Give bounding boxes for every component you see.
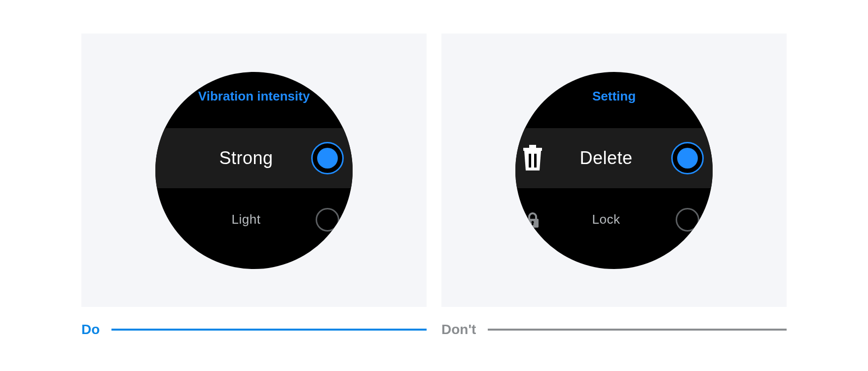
option-label: Light (190, 212, 302, 227)
option-label: Lock (550, 212, 662, 227)
radio-unselected-icon (676, 208, 699, 232)
svg-rect-0 (529, 154, 531, 168)
dont-rule (488, 329, 787, 331)
dont-panel: Setting Delete (441, 34, 787, 307)
do-column: Vibration intensity Strong Light Do (81, 34, 427, 337)
screen-header: Setting (515, 89, 713, 104)
trash-icon (515, 145, 550, 171)
radio-indicator (662, 208, 713, 232)
option-label: Strong (190, 148, 302, 169)
lock-icon (515, 212, 550, 228)
radio-selected-icon (671, 142, 704, 174)
radio-indicator (302, 142, 353, 174)
radio-option-light[interactable]: Light (155, 200, 353, 239)
screen-header: Vibration intensity (155, 89, 353, 104)
do-rule (111, 329, 427, 331)
radio-selected-icon (311, 142, 344, 174)
dont-caption: Don't (441, 322, 787, 337)
radio-option-delete[interactable]: Delete (515, 128, 713, 188)
radio-unselected-icon (316, 208, 339, 232)
dont-label: Don't (441, 322, 476, 337)
radio-option-strong[interactable]: Strong (155, 128, 353, 188)
watch-face-dont: Setting Delete (515, 72, 713, 269)
svg-rect-4 (532, 222, 534, 225)
do-caption: Do (81, 322, 427, 337)
option-label: Delete (550, 148, 662, 169)
watch-face-do: Vibration intensity Strong Light (155, 72, 353, 269)
comparison-container: Vibration intensity Strong Light Do (81, 34, 787, 337)
radio-option-lock[interactable]: Lock (515, 200, 713, 239)
radio-indicator (662, 142, 713, 174)
radio-indicator (302, 208, 353, 232)
dont-column: Setting Delete (441, 34, 787, 337)
svg-rect-1 (534, 154, 537, 168)
do-panel: Vibration intensity Strong Light (81, 34, 427, 307)
do-label: Do (81, 322, 100, 337)
